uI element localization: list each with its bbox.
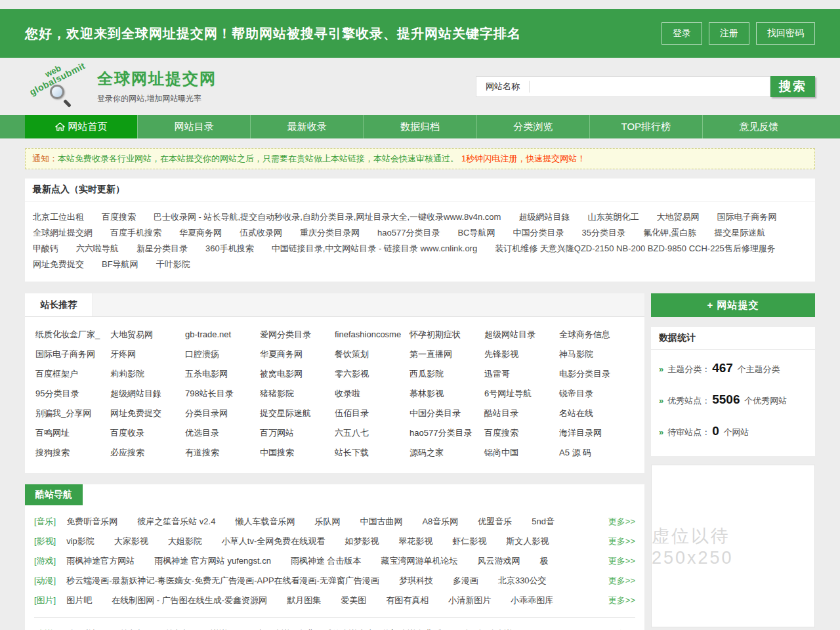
recommend-link[interactable]: 牙疼网 xyxy=(110,345,185,364)
nav-item[interactable]: 最新收录 xyxy=(251,115,364,138)
latest-click-link[interactable]: 氟化钾,蛋白胨 xyxy=(643,225,697,241)
cool-nav-link[interactable]: 乐队网 xyxy=(314,516,340,526)
recommend-link[interactable]: 华夏商务网 xyxy=(260,345,335,364)
cool-nav-link[interactable]: 大姐影院 xyxy=(168,536,202,546)
latest-click-link[interactable]: BC导航网 xyxy=(457,225,495,241)
recommend-link[interactable]: 猪猪影院 xyxy=(260,384,335,404)
recommend-link[interactable]: 源码之家 xyxy=(410,443,484,463)
topbar-button[interactable]: 注册 xyxy=(709,22,749,45)
cool-nav-link[interactable]: 图片吧 xyxy=(66,595,92,605)
tab-recommend[interactable]: 站长推荐 xyxy=(25,293,93,316)
topbar-button[interactable]: 找回密码 xyxy=(756,22,815,45)
cool-nav-link[interactable]: 雨枫神途 官方网站 yufengst.cn xyxy=(154,556,271,566)
latest-click-link[interactable]: 中国分类目录 xyxy=(513,225,564,241)
latest-click-link[interactable]: 伍贰收录网 xyxy=(240,225,282,241)
nav-item[interactable]: TOP排行榜 xyxy=(590,115,703,138)
more-link[interactable]: 更多>> xyxy=(608,516,635,528)
cool-nav-link[interactable]: 有图有真相 xyxy=(386,595,429,605)
search-button[interactable]: 搜索 xyxy=(770,76,815,97)
latest-click-link[interactable]: 网址免费提交 xyxy=(33,257,84,272)
recommend-link[interactable]: 中国搜索 xyxy=(260,443,335,463)
cool-nav-link[interactable]: 小草人tv-全网免费在线观看 xyxy=(222,536,325,546)
latest-click-link[interactable]: 华夏商务网 xyxy=(179,225,222,241)
recommend-link[interactable]: 超级网站目录 xyxy=(484,325,559,345)
recommend-link[interactable]: 纸质化妆盒厂家_ xyxy=(35,325,110,345)
more-link[interactable]: 更多>> xyxy=(608,595,635,606)
cool-nav-link[interactable]: 爱美图 xyxy=(341,595,366,605)
recommend-link[interactable]: 五杀电影网 xyxy=(185,364,260,384)
latest-click-link[interactable]: 大地贸易网 xyxy=(656,209,699,225)
recommend-link[interactable]: 全球商务信息 xyxy=(559,325,634,345)
recommend-link[interactable]: 锐帝目录 xyxy=(559,384,634,404)
latest-click-link[interactable]: 新星分类目录 xyxy=(136,241,188,257)
more-link[interactable]: 更多>> xyxy=(608,536,635,547)
recommend-link[interactable]: 被窝电影网 xyxy=(260,364,335,384)
latest-click-link[interactable]: 千叶影院 xyxy=(156,257,190,272)
cool-nav-link[interactable]: 中国古曲网 xyxy=(360,516,402,526)
cool-nav-link[interactable]: 北京330公交 xyxy=(498,576,547,585)
recommend-link[interactable]: 百度搜索 xyxy=(484,423,559,443)
recommend-link[interactable]: 95分类目录 xyxy=(35,384,110,404)
recommend-link[interactable]: 6号网址导航 xyxy=(484,384,559,404)
recommend-link[interactable]: 神马影院 xyxy=(559,345,634,364)
latest-click-link[interactable]: 35分类目录 xyxy=(581,225,625,241)
latest-click-link[interactable]: 超级網站目錄 xyxy=(518,209,570,225)
site-submit-button[interactable]: + 网站提交 xyxy=(651,293,815,317)
cool-nav-link[interactable]: 小乖乖图库 xyxy=(511,595,553,605)
latest-click-link[interactable]: BF导航网 xyxy=(102,257,138,272)
recommend-link[interactable]: 第一直播网 xyxy=(410,345,484,364)
nav-item[interactable]: 网站首页 xyxy=(25,115,138,138)
recommend-link[interactable]: 名站在线 xyxy=(559,404,634,423)
recommend-link[interactable]: 先锋影视 xyxy=(484,345,559,364)
recommend-link[interactable]: 798站长目录 xyxy=(185,384,260,404)
latest-click-link[interactable]: 重庆分类目录网 xyxy=(300,225,360,241)
nav-item[interactable]: 数据归档 xyxy=(364,115,476,138)
latest-click-link[interactable]: 巴士收录网 - 站长导航,提交自动秒收录,自助分类目录,网址目录大全,一键收录w… xyxy=(154,209,501,225)
recommend-link[interactable]: 分类目录网 xyxy=(185,404,260,423)
recommend-link[interactable]: 酷站目录 xyxy=(484,404,559,423)
cool-nav-link[interactable]: 在线制图网 - 广告图在线生成-爱鑫资源网 xyxy=(112,595,267,605)
recommend-link[interactable]: 电影分类目录 xyxy=(559,364,634,384)
latest-click-link[interactable]: 中国链接目录,中文网站目录 - 链接目录 www.cnlink.org xyxy=(272,241,477,257)
cool-nav-link[interactable]: 免费听音乐网 xyxy=(66,516,117,526)
recommend-link[interactable]: 必应搜索 xyxy=(110,443,185,463)
recommend-link[interactable]: 迅雷哥 xyxy=(484,364,559,384)
latest-click-link[interactable]: 装订机维修 天意兴隆QZD-2150 NB-200 BZD-9850 CCH-2… xyxy=(495,241,776,257)
latest-click-link[interactable]: 六六啦导航 xyxy=(76,241,119,257)
cool-nav-link[interactable]: 多漫画 xyxy=(453,576,478,585)
latest-click-link[interactable]: 360手机搜索 xyxy=(205,241,254,257)
cool-nav-link[interactable]: 默月图集 xyxy=(287,595,321,605)
recommend-link[interactable]: 搜狗搜索 xyxy=(35,443,110,463)
latest-click-link[interactable]: 山东英朗化工 xyxy=(587,209,639,225)
cool-nav-link[interactable]: 极 xyxy=(540,556,549,566)
cool-nav-link[interactable]: 虾仁影视 xyxy=(452,536,486,546)
cool-nav-link[interactable]: 彼岸之笙音乐站 v2.4 xyxy=(137,516,215,526)
recommend-link[interactable]: hao577分类目录 xyxy=(410,423,484,443)
recommend-link[interactable]: 零六影视 xyxy=(335,364,410,384)
cool-nav-link[interactable]: 小清新图片 xyxy=(448,595,491,605)
cool-nav-link[interactable]: 如梦影视 xyxy=(345,536,379,546)
recommend-link[interactable]: 百万网站 xyxy=(260,423,335,443)
cool-nav-link[interactable]: 5nd音 xyxy=(532,516,555,526)
recommend-link[interactable]: 爱网分类目录 xyxy=(260,325,335,345)
recommend-link[interactable]: 伍佰目录 xyxy=(335,404,410,423)
recommend-link[interactable]: 收录啦 xyxy=(335,384,410,404)
cool-nav-link[interactable]: 秒云端漫画-最新妖神记-毒医嫡女-免费无广告漫画-APP在线看漫画-无弹窗广告漫… xyxy=(66,576,379,585)
latest-click-link[interactable]: 甲酸钙 xyxy=(33,241,58,257)
recommend-link[interactable]: 西瓜影院 xyxy=(410,364,484,384)
recommend-link[interactable]: 餐饮策划 xyxy=(335,345,410,364)
recommend-link[interactable]: A5 源 码 xyxy=(559,443,634,463)
cool-nav-link[interactable]: 懒人车载音乐网 xyxy=(235,516,295,526)
cool-nav-link[interactable]: 藏宝湾网游单机论坛 xyxy=(381,556,458,566)
nav-item[interactable]: 网站目录 xyxy=(138,115,251,138)
cool-nav-link[interactable]: 雨枫神途 合击版本 xyxy=(291,556,362,566)
recommend-link[interactable]: 超级網站目錄 xyxy=(110,384,185,404)
recommend-link[interactable]: 怀孕初期症状 xyxy=(410,325,484,345)
recommend-link[interactable]: 莉莉影院 xyxy=(110,364,185,384)
latest-click-link[interactable]: 北京工位出租 xyxy=(33,209,84,225)
recommend-link[interactable]: 百鸣网址 xyxy=(35,423,110,443)
cool-nav-link[interactable]: 斯文人影视 xyxy=(506,536,549,546)
recommend-link[interactable]: 大地贸易网 xyxy=(110,325,185,345)
recommend-link[interactable]: 百度框架户 xyxy=(35,364,110,384)
recommend-link[interactable]: 有道搜索 xyxy=(185,443,260,463)
